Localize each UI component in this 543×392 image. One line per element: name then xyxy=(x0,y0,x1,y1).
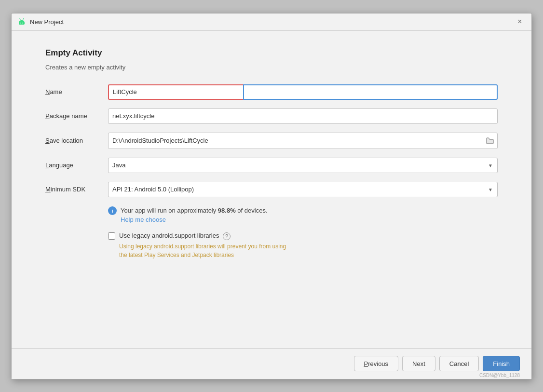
close-button[interactable]: × xyxy=(514,16,526,27)
name-label: Name xyxy=(45,88,108,95)
legacy-libraries-description: Using legacy android.support libraries w… xyxy=(119,242,286,259)
save-location-input[interactable] xyxy=(109,133,482,149)
svg-line-4 xyxy=(20,18,20,19)
minimum-sdk-select-wrapper: API 21: Android 5.0 (Lollipop) API 23: A… xyxy=(108,182,498,197)
info-message: Your app will run on approximately 98.8%… xyxy=(121,207,268,214)
minimum-sdk-select[interactable]: API 21: Android 5.0 (Lollipop) API 23: A… xyxy=(108,182,498,197)
svg-rect-3 xyxy=(23,23,23,24)
language-select-wrapper: Java Kotlin ▼ xyxy=(108,158,498,173)
info-row: i Your app will run on approximately 98.… xyxy=(108,206,498,224)
legacy-libraries-row: Use legacy android.support libraries ? U… xyxy=(108,232,498,259)
save-location-row: Save location xyxy=(45,133,498,149)
svg-rect-0 xyxy=(19,22,19,24)
info-text-block: Your app will run on approximately 98.8%… xyxy=(121,206,268,224)
save-location-label: Save location xyxy=(45,137,108,144)
cancel-button[interactable]: Cancel xyxy=(439,356,479,371)
page-subtitle: Creates a new empty activity xyxy=(45,64,498,71)
finish-button[interactable]: Finish xyxy=(483,356,520,371)
checkbox-wrapper: Use legacy android.support libraries ? U… xyxy=(108,232,286,259)
help-me-choose-link[interactable]: Help me choose xyxy=(121,216,268,223)
svg-line-5 xyxy=(23,18,24,19)
info-section: i Your app will run on approximately 98.… xyxy=(108,206,498,224)
package-name-input[interactable] xyxy=(108,108,498,124)
android-logo xyxy=(17,17,26,26)
minimum-sdk-label: Minimum SDK xyxy=(45,186,108,193)
legacy-libraries-checkbox[interactable] xyxy=(108,232,115,240)
dialog-footer: Previous Next Cancel Finish CSDN@Ybb_112… xyxy=(12,348,531,379)
name-field-wrapper xyxy=(108,84,498,100)
info-icon: i xyxy=(108,206,117,215)
dialog-content: Empty Activity Creates a new empty activ… xyxy=(12,31,531,348)
previous-button[interactable]: Previous xyxy=(354,356,399,371)
dialog-title: New Project xyxy=(30,18,514,26)
name-input-suffix[interactable] xyxy=(243,84,498,100)
svg-rect-1 xyxy=(24,22,25,24)
minimum-sdk-row: Minimum SDK API 21: Android 5.0 (Lollipo… xyxy=(45,182,498,197)
folder-browse-button[interactable] xyxy=(482,133,497,149)
legacy-libraries-label[interactable]: Use legacy android.support libraries ? xyxy=(119,232,231,239)
next-button[interactable]: Next xyxy=(402,356,435,371)
language-label: Language xyxy=(45,162,108,169)
name-input[interactable] xyxy=(108,84,243,100)
package-name-row: Package name xyxy=(45,108,498,124)
language-select[interactable]: Java Kotlin xyxy=(108,158,498,173)
checkbox-label-block: Use legacy android.support libraries ? U… xyxy=(119,232,286,259)
watermark: CSDN@Ybb_1128 xyxy=(479,373,520,378)
coverage-percentage: 98.8% xyxy=(218,207,236,214)
title-bar: New Project × xyxy=(12,14,531,31)
language-row: Language Java Kotlin ▼ xyxy=(45,158,498,173)
question-icon[interactable]: ? xyxy=(223,232,231,240)
svg-rect-2 xyxy=(21,23,21,24)
page-title: Empty Activity xyxy=(45,48,498,58)
name-row: Name xyxy=(45,84,498,100)
package-name-label: Package name xyxy=(45,112,108,120)
new-project-dialog: New Project × Empty Activity Creates a n… xyxy=(11,13,532,379)
save-location-wrapper xyxy=(108,133,498,149)
